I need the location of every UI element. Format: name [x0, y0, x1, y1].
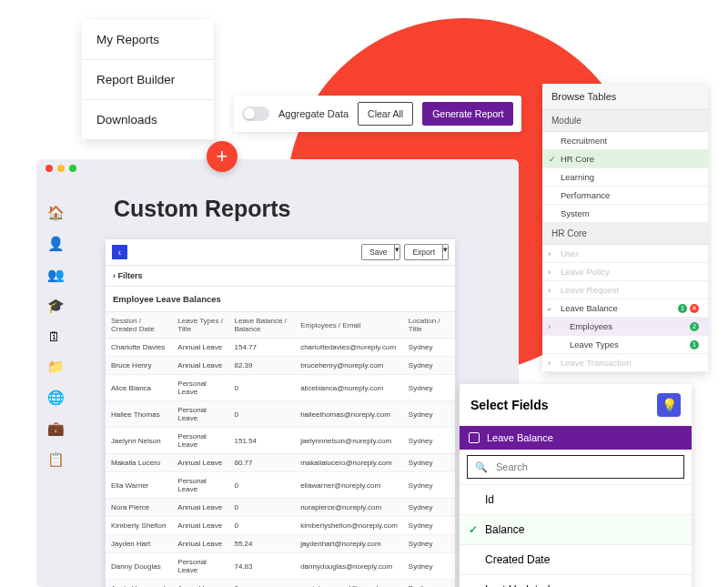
select-fields-panel: Select Fields 💡 Leave Balance 🔍 Id Balan… — [460, 384, 692, 587]
generate-report-button[interactable]: Generate Report — [422, 102, 513, 126]
tree-leave-policy[interactable]: Leave Policy — [542, 263, 708, 281]
table-cell: Personal Leave — [172, 472, 228, 499]
table-row[interactable]: Bruce HenryAnnual Leave82.39brucehenry@n… — [106, 357, 455, 375]
filters-toggle[interactable]: › Filters — [106, 265, 455, 287]
table-cell: Sydney — [403, 428, 455, 454]
calendar-icon[interactable]: 🗓 — [47, 329, 65, 344]
table-cell: Annie Hammond — [106, 580, 172, 588]
report-title: Employee Leave Balances — [106, 287, 455, 312]
field-created-date[interactable]: Created Date — [460, 544, 692, 574]
table-cell: Personal Leave — [172, 401, 228, 428]
select-fields-section[interactable]: Leave Balance — [460, 426, 692, 450]
tree-employees[interactable]: Employees 2 — [542, 318, 708, 336]
column-header[interactable]: Leave Types / Title — [172, 312, 228, 339]
back-button[interactable]: ‹ — [112, 245, 127, 259]
table-cell: Annual Leave — [172, 357, 228, 375]
tree-leave-types[interactable]: Leave Types 1 — [542, 336, 708, 354]
column-header[interactable]: Session / Created Date — [106, 312, 172, 339]
table-cell: Sydney — [403, 357, 455, 375]
tree-user[interactable]: User — [542, 245, 708, 263]
table-cell: 0 — [229, 517, 296, 535]
window-titlebar — [36, 159, 519, 176]
browse-tables-panel: Browse Tables Module Recruitment HR Core… — [542, 84, 708, 372]
table-row[interactable]: Nora PierceAnnual Leave0norapierce@norep… — [106, 499, 455, 517]
menu-my-reports[interactable]: My Reports — [82, 20, 214, 60]
table-cell: Sydney — [403, 472, 455, 499]
table-cell: jaelynnnelson@noreply.com — [295, 428, 403, 454]
column-header[interactable]: Employees / Email — [295, 312, 403, 339]
search-input[interactable] — [494, 460, 676, 473]
tree-leave-balance[interactable]: Leave Balance 1 ✕ — [542, 299, 708, 318]
table-cell: Kimberly Shelton — [106, 517, 172, 535]
table-cell: Annual Leave — [172, 517, 228, 535]
table-row[interactable]: Hailee ThomasPersonal Leave0haileethomas… — [106, 401, 455, 428]
hr-core-section-header: HR Core — [542, 223, 708, 245]
count-badge: 1 — [690, 340, 699, 349]
table-row[interactable]: Danny DouglasPersonal Leave74.83dannydou… — [106, 553, 455, 580]
table-row[interactable]: Alice BiancaPersonal Leave0alicebianca@n… — [106, 375, 455, 401]
column-header[interactable]: Location / Title — [403, 312, 455, 339]
save-button[interactable]: Save — [361, 244, 395, 260]
user-icon[interactable]: 👤 — [47, 236, 65, 252]
home-icon[interactable]: 🏠 — [47, 205, 65, 221]
table-cell: 80.77 — [229, 454, 296, 472]
export-dropdown[interactable]: ▾ — [443, 244, 449, 260]
export-button[interactable]: Export — [404, 244, 443, 260]
briefcase-icon[interactable]: 💼 — [47, 420, 65, 437]
aggregate-label: Aggregate Data — [278, 108, 349, 119]
table-cell: Sydney — [403, 499, 455, 517]
report-table: Session / Created DateLeave Types / Titl… — [106, 312, 455, 587]
module-hr-core[interactable]: HR Core — [542, 150, 708, 168]
window-maximize-icon[interactable] — [69, 165, 76, 172]
aggregate-toggle[interactable] — [242, 106, 269, 121]
globe-icon[interactable]: 🌐 — [47, 390, 65, 406]
field-last-updated[interactable]: Last Updated — [460, 574, 692, 587]
search-field-wrap[interactable]: 🔍 — [467, 455, 684, 479]
table-cell: Personal Leave — [172, 375, 228, 401]
table-cell: Alice Bianca — [106, 375, 172, 401]
window-close-icon[interactable] — [46, 165, 53, 172]
tree-leave-request[interactable]: Leave Request — [542, 281, 708, 299]
field-balance[interactable]: Balance — [460, 514, 692, 544]
module-learning[interactable]: Learning — [542, 168, 708, 187]
table-row[interactable]: Ella WarnerPersonal Leave0ellawarner@nor… — [106, 472, 455, 499]
hint-button[interactable]: 💡 — [657, 393, 681, 417]
column-header[interactable]: Leave Balance / Balance — [229, 312, 296, 339]
table-row[interactable]: Annie HammondAnnual Leave0anniehammond@n… — [106, 580, 455, 588]
save-dropdown[interactable]: ▾ — [395, 244, 400, 260]
remove-badge-icon[interactable]: ✕ — [690, 304, 699, 313]
add-button[interactable]: + — [207, 141, 238, 172]
folder-icon[interactable]: 📁 — [47, 359, 65, 375]
section-checkbox[interactable] — [469, 432, 480, 443]
window-minimize-icon[interactable] — [57, 165, 65, 172]
module-recruitment[interactable]: Recruitment — [542, 132, 708, 150]
count-badge: 2 — [690, 322, 699, 331]
clipboard-icon[interactable]: 📋 — [47, 451, 65, 468]
table-cell: Jayden Hart — [106, 535, 172, 553]
table-cell: Perth — [403, 580, 455, 588]
education-icon[interactable]: 🎓 — [47, 298, 65, 314]
table-cell: norapierce@noreply.com — [295, 499, 403, 517]
table-cell: Sydney — [403, 454, 455, 472]
table-row[interactable]: Charlotte DaviesAnnual Leave154.77charlo… — [106, 339, 455, 357]
plus-icon: + — [217, 147, 228, 167]
tree-leave-transaction[interactable]: Leave Transaction — [542, 354, 708, 372]
module-performance[interactable]: Performance — [542, 187, 708, 205]
table-row[interactable]: Jaelynn NelsonPersonal Leave151.54jaelyn… — [106, 428, 455, 454]
tree-leave-balance-label: Leave Balance — [561, 303, 618, 313]
table-cell: Nora Pierce — [106, 499, 172, 517]
menu-downloads[interactable]: Downloads — [82, 100, 214, 139]
report-toolbar: Aggregate Data Clear All Generate Report — [234, 96, 521, 132]
table-cell: 0 — [229, 401, 296, 428]
table-cell: 0 — [229, 499, 296, 517]
table-row[interactable]: Jayden HartAnnual Leave55.24jaydenhart@n… — [106, 535, 455, 553]
table-cell: Annual Leave — [172, 499, 228, 517]
table-row[interactable]: Kimberly SheltonAnnual Leave0kimberlyshe… — [106, 517, 455, 535]
people-icon[interactable]: 👥 — [47, 267, 65, 283]
table-row[interactable]: Makaila LuceroAnnual Leave80.77makailalu… — [106, 454, 455, 472]
field-id[interactable]: Id — [460, 484, 692, 514]
module-system[interactable]: System — [542, 205, 708, 223]
menu-report-builder[interactable]: Report Builder — [82, 60, 214, 100]
table-cell: charlottedavies@noreply.com — [295, 339, 403, 357]
clear-all-button[interactable]: Clear All — [358, 102, 413, 126]
